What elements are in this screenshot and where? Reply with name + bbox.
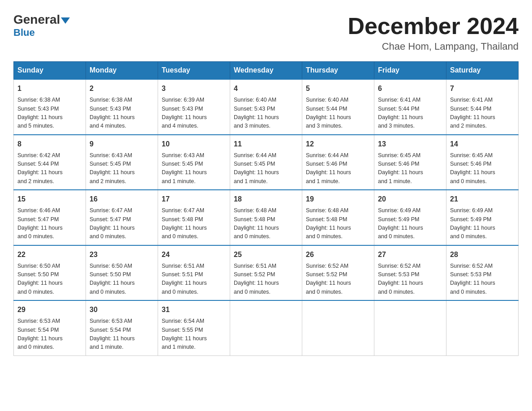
day-info: Sunrise: 6:40 AMSunset: 5:44 PMDaylight:… [306, 96, 370, 131]
day-number: 27 [378, 249, 442, 260]
calendar-day-cell: 14Sunrise: 6:45 AMSunset: 5:46 PMDayligh… [446, 135, 519, 190]
day-info: Sunrise: 6:47 AMSunset: 5:47 PMDaylight:… [90, 206, 154, 241]
day-number: 31 [162, 304, 226, 315]
day-number: 20 [378, 194, 442, 205]
day-number: 2 [90, 83, 154, 94]
day-info: Sunrise: 6:45 AMSunset: 5:46 PMDaylight:… [378, 151, 442, 186]
day-number: 28 [450, 249, 515, 260]
calendar-day-cell: 7Sunrise: 6:41 AMSunset: 5:44 PMDaylight… [446, 79, 519, 135]
day-number: 14 [450, 139, 515, 150]
calendar-day-cell: 10Sunrise: 6:43 AMSunset: 5:45 PMDayligh… [158, 135, 230, 190]
calendar-day-cell: 28Sunrise: 6:52 AMSunset: 5:53 PMDayligh… [446, 245, 519, 301]
day-number: 1 [17, 83, 82, 94]
day-info: Sunrise: 6:40 AMSunset: 5:43 PMDaylight:… [234, 96, 298, 131]
calendar-day-cell: 24Sunrise: 6:51 AMSunset: 5:51 PMDayligh… [158, 245, 230, 301]
day-info: Sunrise: 6:53 AMSunset: 5:54 PMDaylight:… [90, 317, 154, 352]
day-number: 9 [90, 139, 154, 150]
calendar-day-cell: 6Sunrise: 6:41 AMSunset: 5:44 PMDaylight… [374, 79, 446, 135]
calendar-day-cell: 3Sunrise: 6:39 AMSunset: 5:43 PMDaylight… [158, 79, 230, 135]
calendar-day-cell: 5Sunrise: 6:40 AMSunset: 5:44 PMDaylight… [302, 79, 374, 135]
calendar-day-cell: 20Sunrise: 6:49 AMSunset: 5:49 PMDayligh… [374, 190, 446, 245]
day-number: 22 [17, 249, 82, 260]
header-monday: Monday [86, 62, 158, 80]
day-info: Sunrise: 6:42 AMSunset: 5:44 PMDaylight:… [17, 151, 82, 186]
day-number: 21 [450, 194, 515, 205]
calendar-day-cell: 2Sunrise: 6:38 AMSunset: 5:43 PMDaylight… [86, 79, 158, 135]
day-number: 12 [306, 139, 370, 150]
day-info: Sunrise: 6:52 AMSunset: 5:53 PMDaylight:… [378, 262, 442, 297]
calendar-day-cell: 30Sunrise: 6:53 AMSunset: 5:54 PMDayligh… [86, 300, 158, 355]
day-number: 15 [17, 194, 82, 205]
calendar-day-cell: 26Sunrise: 6:52 AMSunset: 5:52 PMDayligh… [302, 245, 374, 301]
day-info: Sunrise: 6:44 AMSunset: 5:45 PMDaylight:… [234, 151, 298, 186]
logo-text: General [13, 13, 70, 26]
day-info: Sunrise: 6:41 AMSunset: 5:44 PMDaylight:… [378, 96, 442, 131]
calendar-week-row: 29Sunrise: 6:53 AMSunset: 5:54 PMDayligh… [14, 300, 519, 355]
header-sunday: Sunday [14, 62, 86, 80]
calendar-day-cell: 15Sunrise: 6:46 AMSunset: 5:47 PMDayligh… [14, 190, 86, 245]
day-number: 3 [162, 83, 226, 94]
calendar-day-cell [446, 300, 519, 355]
logo-triangle-icon [61, 17, 70, 24]
calendar-week-row: 1Sunrise: 6:38 AMSunset: 5:43 PMDaylight… [14, 79, 519, 135]
day-number: 4 [234, 83, 298, 94]
calendar-day-cell: 23Sunrise: 6:50 AMSunset: 5:50 PMDayligh… [86, 245, 158, 301]
logo: General Blue [13, 13, 70, 39]
day-number: 7 [450, 83, 515, 94]
calendar-day-cell: 27Sunrise: 6:52 AMSunset: 5:53 PMDayligh… [374, 245, 446, 301]
day-info: Sunrise: 6:52 AMSunset: 5:52 PMDaylight:… [306, 262, 370, 297]
calendar-week-row: 22Sunrise: 6:50 AMSunset: 5:50 PMDayligh… [14, 245, 519, 301]
calendar-day-cell: 11Sunrise: 6:44 AMSunset: 5:45 PMDayligh… [230, 135, 302, 190]
day-info: Sunrise: 6:50 AMSunset: 5:50 PMDaylight:… [90, 262, 154, 297]
day-info: Sunrise: 6:47 AMSunset: 5:48 PMDaylight:… [162, 206, 226, 241]
day-info: Sunrise: 6:49 AMSunset: 5:49 PMDaylight:… [450, 206, 515, 241]
calendar-day-cell: 18Sunrise: 6:48 AMSunset: 5:48 PMDayligh… [230, 190, 302, 245]
header-wednesday: Wednesday [230, 62, 302, 80]
calendar-day-cell: 31Sunrise: 6:54 AMSunset: 5:55 PMDayligh… [158, 300, 230, 355]
calendar-title: December 2024 [348, 13, 519, 39]
calendar-day-cell: 4Sunrise: 6:40 AMSunset: 5:43 PMDaylight… [230, 79, 302, 135]
calendar-day-cell [302, 300, 374, 355]
calendar-day-cell: 1Sunrise: 6:38 AMSunset: 5:43 PMDaylight… [14, 79, 86, 135]
header-tuesday: Tuesday [158, 62, 230, 80]
page-header: General Blue December 2024 Chae Hom, Lam… [13, 13, 519, 52]
day-number: 6 [378, 83, 442, 94]
calendar-day-cell: 13Sunrise: 6:45 AMSunset: 5:46 PMDayligh… [374, 135, 446, 190]
day-number: 17 [162, 194, 226, 205]
day-number: 8 [17, 139, 82, 150]
day-info: Sunrise: 6:52 AMSunset: 5:53 PMDaylight:… [450, 262, 515, 297]
calendar-day-cell [374, 300, 446, 355]
header-thursday: Thursday [302, 62, 374, 80]
day-info: Sunrise: 6:48 AMSunset: 5:48 PMDaylight:… [306, 206, 370, 241]
calendar-week-row: 8Sunrise: 6:42 AMSunset: 5:44 PMDaylight… [14, 135, 519, 190]
logo-blue-text: Blue [13, 27, 35, 39]
day-info: Sunrise: 6:43 AMSunset: 5:45 PMDaylight:… [162, 151, 226, 186]
day-number: 24 [162, 249, 226, 260]
day-number: 18 [234, 194, 298, 205]
day-info: Sunrise: 6:53 AMSunset: 5:54 PMDaylight:… [17, 317, 82, 352]
day-info: Sunrise: 6:39 AMSunset: 5:43 PMDaylight:… [162, 96, 226, 131]
day-number: 10 [162, 139, 226, 150]
day-info: Sunrise: 6:49 AMSunset: 5:49 PMDaylight:… [378, 206, 442, 241]
day-number: 23 [90, 249, 154, 260]
calendar-day-cell: 21Sunrise: 6:49 AMSunset: 5:49 PMDayligh… [446, 190, 519, 245]
calendar-subtitle: Chae Hom, Lampang, Thailand [348, 41, 519, 52]
calendar-day-cell: 16Sunrise: 6:47 AMSunset: 5:47 PMDayligh… [86, 190, 158, 245]
calendar-day-cell: 22Sunrise: 6:50 AMSunset: 5:50 PMDayligh… [14, 245, 86, 301]
day-info: Sunrise: 6:50 AMSunset: 5:50 PMDaylight:… [17, 262, 82, 297]
calendar-week-row: 15Sunrise: 6:46 AMSunset: 5:47 PMDayligh… [14, 190, 519, 245]
title-block: December 2024 Chae Hom, Lampang, Thailan… [348, 13, 519, 52]
day-number: 29 [17, 304, 82, 315]
day-info: Sunrise: 6:48 AMSunset: 5:48 PMDaylight:… [234, 206, 298, 241]
day-info: Sunrise: 6:41 AMSunset: 5:44 PMDaylight:… [450, 96, 515, 131]
calendar-day-cell: 19Sunrise: 6:48 AMSunset: 5:48 PMDayligh… [302, 190, 374, 245]
day-info: Sunrise: 6:38 AMSunset: 5:43 PMDaylight:… [90, 96, 154, 131]
day-info: Sunrise: 6:54 AMSunset: 5:55 PMDaylight:… [162, 317, 226, 352]
day-info: Sunrise: 6:45 AMSunset: 5:46 PMDaylight:… [450, 151, 515, 186]
day-info: Sunrise: 6:46 AMSunset: 5:47 PMDaylight:… [17, 206, 82, 241]
day-info: Sunrise: 6:51 AMSunset: 5:51 PMDaylight:… [162, 262, 226, 297]
calendar-day-cell: 17Sunrise: 6:47 AMSunset: 5:48 PMDayligh… [158, 190, 230, 245]
calendar-table: SundayMondayTuesdayWednesdayThursdayFrid… [13, 61, 519, 356]
header-friday: Friday [374, 62, 446, 80]
day-number: 16 [90, 194, 154, 205]
